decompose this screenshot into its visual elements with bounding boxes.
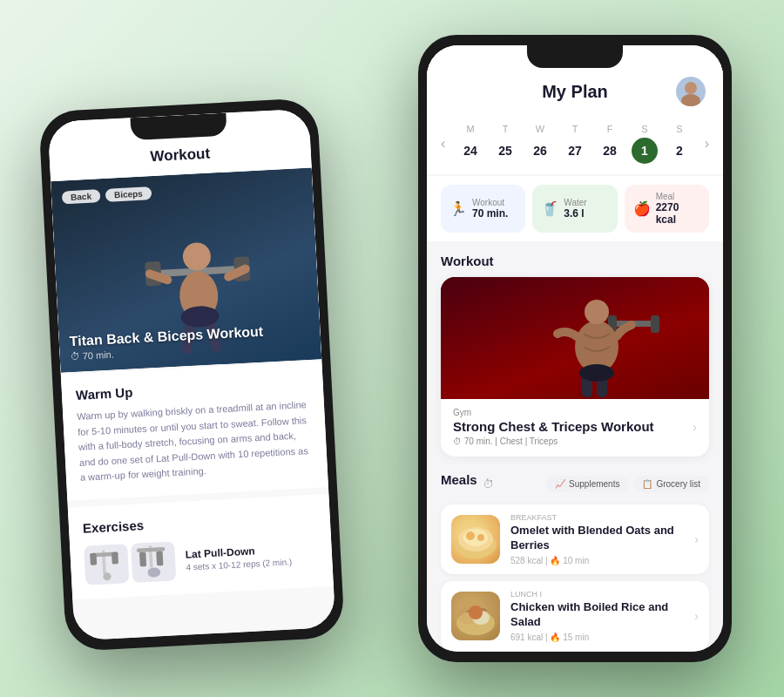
meals-actions: 📈 Supplements 📋 Grocery list — [546, 476, 709, 492]
svg-point-26 — [585, 300, 609, 324]
tag-back: Back — [62, 189, 101, 204]
lunch-img-svg — [451, 592, 500, 640]
workout-card-chevron[interactable]: › — [693, 420, 697, 434]
plan-workout-section: Workout — [427, 241, 723, 464]
workout-card-detail: ⏱ 70 min. | Chest | Triceps — [453, 436, 654, 446]
workout-gym-label: Gym — [453, 408, 654, 417]
svg-rect-24 — [651, 315, 659, 333]
exercise-info: Lat Pull-Down 4 sets x 10-12 reps (2 min… — [185, 543, 292, 572]
lunch-chevron: › — [694, 609, 699, 623]
water-stat-label: Water — [564, 198, 586, 207]
breakfast-image — [451, 515, 500, 564]
svg-rect-13 — [112, 552, 118, 565]
workout-card-image — [441, 277, 709, 399]
lunch-image — [451, 592, 500, 640]
workout-stat-info: Workout 70 min. — [472, 198, 508, 220]
calendar-prev[interactable]: ‹ — [441, 136, 445, 152]
cal-day-tue: T 25 — [492, 124, 518, 164]
water-stat-icon: 🥤 — [541, 200, 558, 217]
meals-title-row: Meals ⏱ — [441, 472, 494, 496]
workout-title: Workout — [150, 145, 211, 166]
plan-title: My Plan — [542, 82, 608, 102]
lat-pulldown-icon-1 — [85, 545, 127, 584]
stat-meal: 🍎 Meal 2270 kcal — [625, 185, 709, 233]
meal-stat-info: Meal 2270 kcal — [656, 192, 700, 226]
breakfast-name: Omelet with Blended Oats and Berries — [510, 524, 684, 553]
workout-stat-icon: 🏃 — [449, 200, 467, 217]
workout-screen: Workout — [48, 109, 336, 641]
exercise-img-1 — [84, 544, 129, 585]
lunch-category: Lunch I — [510, 590, 684, 599]
svg-point-4 — [182, 242, 212, 272]
plan-workout-title: Workout — [441, 254, 709, 268]
cal-day-mon: M 24 — [457, 124, 483, 164]
cal-day-thu: T 27 — [562, 124, 588, 164]
avatar-icon — [676, 77, 706, 106]
svg-rect-17 — [139, 552, 146, 567]
plan-screen: My Plan ‹ M 24 T — [427, 45, 723, 652]
exercise-item: Lat Pull-Down 4 sets x 10-12 reps (2 min… — [84, 534, 319, 585]
lunch-meta: 691 kcal | 🔥 15 min — [510, 633, 684, 642]
cal-day-sat[interactable]: S 1 — [632, 124, 658, 164]
grocery-icon: 📋 — [642, 479, 652, 489]
breakfast-category: Breakfast — [510, 513, 684, 522]
phone-back-screen: Workout — [48, 109, 336, 641]
workout-card-name: Strong Chest & Triceps Workout — [453, 419, 654, 434]
phone-back: Workout — [38, 98, 345, 652]
breakfast-img-svg — [451, 515, 500, 564]
svg-point-34 — [477, 534, 484, 541]
supplements-button[interactable]: 📈 Supplements — [546, 476, 628, 492]
meal-breakfast[interactable]: Breakfast Omelet with Blended Oats and B… — [441, 504, 709, 574]
meal-stat-value: 2270 kcal — [656, 201, 700, 226]
calendar-days: M 24 T 25 W 26 T 27 — [457, 124, 693, 164]
exercise-images — [84, 541, 176, 585]
svg-rect-12 — [90, 553, 97, 565]
svg-point-33 — [466, 531, 475, 540]
meals-header: Meals ⏱ 📈 Supplements 📋 Grocery list — [441, 472, 709, 496]
lat-pulldown-icon-2 — [132, 543, 174, 581]
stat-water: 🥤 Water 3.6 l — [532, 185, 617, 233]
cal-day-sun: S 2 — [666, 124, 693, 164]
supplements-icon: 📈 — [555, 479, 565, 489]
workout-stat-value: 70 min. — [472, 207, 508, 220]
breakfast-info: Breakfast Omelet with Blended Oats and B… — [510, 513, 684, 565]
breakfast-chevron: › — [694, 532, 699, 546]
calendar-next[interactable]: › — [705, 136, 709, 152]
exercises-section: Exercises — [68, 494, 334, 600]
svg-point-19 — [147, 568, 160, 579]
water-stat-value: 3.6 l — [564, 207, 586, 220]
water-stat-info: Water 3.6 l — [564, 198, 586, 220]
avatar — [676, 77, 706, 106]
meal-lunch[interactable]: Lunch I Chicken with Boiled Rice and Sal… — [441, 581, 709, 651]
calendar: ‹ M 24 T 25 W 26 T — [427, 117, 723, 174]
svg-point-20 — [685, 82, 697, 94]
workout-card-body: Gym Strong Chest & Triceps Workout ⏱ 70 … — [441, 399, 709, 457]
lunch-name: Chicken with Boiled Rice and Salad — [510, 600, 684, 630]
workout-card-info: Gym Strong Chest & Triceps Workout ⏱ 70 … — [453, 408, 654, 446]
warmup-section: Warm Up Warm up by walking briskly on a … — [61, 361, 328, 500]
meals-section: Meals ⏱ 📈 Supplements 📋 Grocery list — [427, 464, 723, 652]
stats-row: 🏃 Workout 70 min. 🥤 Water 3.6 l 🍎 — [427, 176, 723, 241]
lunch-info: Lunch I Chicken with Boiled Rice and Sal… — [510, 590, 684, 642]
phone-front: My Plan ‹ M 24 T — [418, 35, 732, 662]
warmup-text: Warm up by walking briskly on a treadmil… — [77, 397, 314, 486]
exercises-title: Exercises — [83, 509, 317, 536]
exercise-img-2 — [131, 541, 176, 583]
meals-timer-icon: ⏱ — [483, 477, 494, 491]
svg-point-21 — [681, 94, 700, 106]
workout-hero: Back Biceps Titan Back & Biceps Workout … — [51, 167, 321, 372]
workout-stat-label: Workout — [472, 198, 508, 207]
meal-stat-label: Meal — [656, 192, 700, 201]
breakfast-meta: 528 kcal | 🔥 10 min — [510, 556, 684, 565]
phone-front-screen: My Plan ‹ M 24 T — [427, 45, 723, 652]
grocery-button[interactable]: 📋 Grocery list — [633, 476, 709, 492]
cal-day-wed: W 26 — [527, 124, 553, 164]
workout-card[interactable]: Gym Strong Chest & Triceps Workout ⏱ 70 … — [441, 277, 709, 457]
tag-biceps: Biceps — [105, 186, 152, 202]
notch-front — [527, 45, 623, 68]
svg-point-38 — [469, 606, 483, 619]
svg-rect-18 — [156, 552, 163, 566]
meals-title: Meals — [441, 472, 477, 487]
svg-point-29 — [579, 364, 614, 382]
chest-figure — [514, 277, 688, 399]
